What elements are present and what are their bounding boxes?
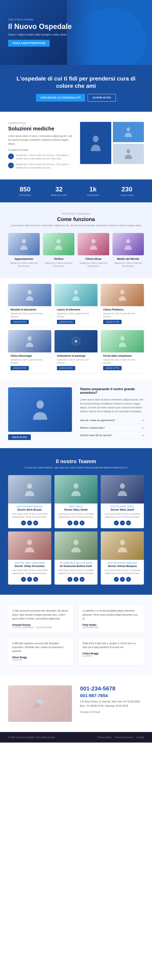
team-card-1-name: Doctor Bork Breuer	[11, 508, 49, 511]
team-card-6-content: Doctor Adrian Marquez Doctor Adrian Marq…	[101, 560, 144, 585]
faq-question-3[interactable]: Should I have life flu vaccine? +	[80, 434, 144, 437]
team-doctor-icon-1	[25, 483, 35, 496]
how-card-1-image	[8, 233, 40, 255]
svg-point-6	[126, 239, 130, 243]
learn-more-button[interactable]: SCOPRI DI PIÙ	[87, 94, 116, 102]
footer-link-contact[interactable]: Contatti	[136, 736, 144, 738]
testimonials-grid: Tr fido ammonire praesent alle elementer…	[8, 605, 144, 665]
team-card-1-content: Doctor Bork Breuer Doctor Bork Breuer Lo…	[8, 503, 51, 528]
hero-title: Il Nuovo Ospedale	[8, 22, 72, 30]
faq-item-1[interactable]: How do I make an appointment? +	[80, 417, 144, 424]
svg-point-9	[120, 290, 124, 294]
service-card-6-button[interactable]: LEGGI DI PIÙ	[103, 366, 121, 370]
how-card-1-title: Appuntamento	[8, 257, 40, 260]
service-card-5-content: Ambulatorio di patologia Sample text. Cl…	[54, 352, 98, 373]
svg-point-16	[27, 484, 32, 489]
contact-hours-text: Mon - Fri 08:00-20:00, Saturday 10:00-18…	[80, 705, 128, 707]
team-card-1-role: Doctor Bork Breuer	[11, 506, 49, 508]
facebook-icon[interactable]: f	[21, 520, 26, 525]
service-card-3-text: Sample text. Click to select the Text El…	[103, 312, 141, 318]
service-card-1-button[interactable]: LEGGI DI PIÙ	[11, 320, 29, 324]
service-card-3: Clinica Pediatrica Sample text. Click to…	[101, 284, 144, 327]
service-card-5-button[interactable]: LEGGI DI PIÙ	[57, 366, 75, 370]
team-card-4-image	[8, 531, 51, 560]
facebook-icon-2[interactable]: f	[68, 520, 72, 525]
contact-phone-2[interactable]: 001-987-7654	[80, 693, 144, 698]
svg-point-1	[127, 127, 130, 131]
explore-features-button[interactable]: ESPLORARE LE FUNZIONALITÀ	[36, 94, 85, 102]
twitter-icon-2[interactable]: t	[74, 520, 78, 525]
team-doctor-icon-2	[71, 483, 81, 496]
facebook-icon-6[interactable]: f	[114, 577, 119, 582]
chevron-down-icon: +	[142, 419, 144, 422]
testimonial-4-text: Dalla firma è tutti nota è sempre 4. Anc…	[82, 641, 140, 649]
service-icon-4	[25, 336, 34, 347]
twitter-icon[interactable]: t	[27, 520, 32, 525]
service-card-2-button[interactable]: LEGGI DI PIÙ	[57, 320, 75, 324]
faq-item-2[interactable]: What is a clinical plan? +	[80, 424, 144, 432]
lab-title: Soluzioni mediche	[8, 126, 72, 132]
lab-item-1-text: Sample text. Click to select the text bo…	[16, 153, 72, 160]
twitter-icon-5[interactable]: t	[74, 577, 78, 582]
faq-question-1[interactable]: How do I make an appointment? +	[80, 419, 144, 422]
linkedin-icon-5[interactable]: in	[80, 577, 84, 582]
team-card-5-desc: Lorem ipsum dolor sit amet, consectetur …	[57, 569, 95, 575]
service-icon-1	[25, 290, 34, 301]
team-title: Il nostro Teamm	[8, 458, 144, 465]
faq-question-2-text: What is a clinical plan?	[80, 426, 105, 429]
lab-icon-2: ✓	[8, 162, 14, 168]
faq-left-image	[8, 387, 72, 432]
lab-link[interactable]: Immagine di Freepik	[8, 149, 72, 151]
team-card-4-role: Doctor Vinky Grossman	[11, 562, 49, 564]
stat-1: 850 Clienti felice	[8, 186, 42, 196]
how-card-1-text: Sample text. Click to select the Text El…	[8, 262, 40, 268]
team-card-5-role: Dr Emanuele Bellina Kafir	[57, 562, 95, 564]
lab-section: Laboratorio Soluzioni mediche Lorem ipsu…	[0, 112, 152, 180]
facebook-icon-3[interactable]: f	[114, 520, 119, 525]
linkedin-icon-2[interactable]: in	[80, 520, 84, 525]
team-card-4-name: Doctor Vinky Grossman	[11, 565, 49, 568]
svg-point-21	[120, 540, 125, 545]
twitter-icon-3[interactable]: t	[120, 520, 125, 525]
linkedin-icon[interactable]: in	[33, 520, 38, 525]
faq-item-3[interactable]: Should I have life flu vaccine? +	[80, 432, 144, 439]
contact-image-link[interactable]: Immagine di Freepik	[80, 711, 144, 713]
hero-cta-button[interactable]: FISSA CARATTERISTICHE	[8, 40, 50, 47]
footer: © 2023 Il Nuovo Ospedale. Tutti i diritt…	[0, 732, 152, 743]
team-card-1: Doctor Bork Breuer Doctor Bork Breuer Lo…	[8, 475, 51, 528]
service-card-5-text: Sample text. Click to select the Text El…	[57, 358, 95, 364]
lab-item-1: ✓ Sample text. Click to select the text …	[8, 153, 72, 160]
footer-link-terms[interactable]: Termini di Servizio	[115, 736, 133, 738]
twitter-icon-6[interactable]: t	[120, 577, 125, 582]
team-card-6-name: Doctor Adrian Marquez	[103, 565, 141, 568]
faq-title: Stiamo preparando il vostro grande avven…	[80, 387, 144, 395]
faq-read-more-button[interactable]: LEGGI DI PIÙ	[8, 434, 31, 440]
how-grid-row1: Appuntamento Sample text. Click to selec…	[8, 233, 144, 268]
twitter-icon-4[interactable]: t	[27, 577, 32, 582]
facebook-icon-5[interactable]: f	[68, 577, 72, 582]
service-card-4-button[interactable]: LEGGI DI PIÙ	[11, 366, 29, 370]
team-card-2-name: Doctor Mary Smith	[57, 508, 95, 511]
stats-bar-section: 850 Clienti felice 32 Medici dei colori …	[0, 180, 152, 202]
linkedin-icon-3[interactable]: in	[126, 520, 131, 525]
footer-link-privacy[interactable]: Privacy Policy	[98, 736, 111, 738]
chevron-down-icon-3: +	[142, 434, 144, 437]
linkedin-icon-6[interactable]: in	[126, 577, 131, 582]
footer-copyright: © 2023 Il Nuovo Ospedale. Tutti i diritt…	[8, 736, 55, 738]
team-card-5: Dr Emanuele Bellina Kafir Dr Emanuele Be…	[54, 531, 98, 585]
lab-image-2-placeholder	[113, 122, 144, 142]
svg-point-8	[74, 290, 78, 294]
how-card-2-image	[43, 233, 74, 255]
lab-icon-1: ✓	[8, 153, 14, 159]
stat-2-num: 32	[42, 186, 76, 193]
features-bar-title: L'ospedale di cui ti fidi per prendersi …	[8, 75, 144, 90]
lab-right-images	[80, 122, 144, 164]
service-card-3-button[interactable]: LEGGI DI PIÙ	[103, 320, 121, 324]
lab-image-main-placeholder	[80, 122, 111, 164]
service-icon-3	[118, 290, 127, 301]
faq-question-2[interactable]: What is a clinical plan? +	[80, 426, 144, 430]
contact-phone-1[interactable]: 001-234-5678	[80, 686, 144, 692]
linkedin-icon-4[interactable]: in	[33, 577, 38, 582]
service-card-6-image	[101, 330, 144, 352]
facebook-icon-4[interactable]: f	[21, 577, 26, 582]
